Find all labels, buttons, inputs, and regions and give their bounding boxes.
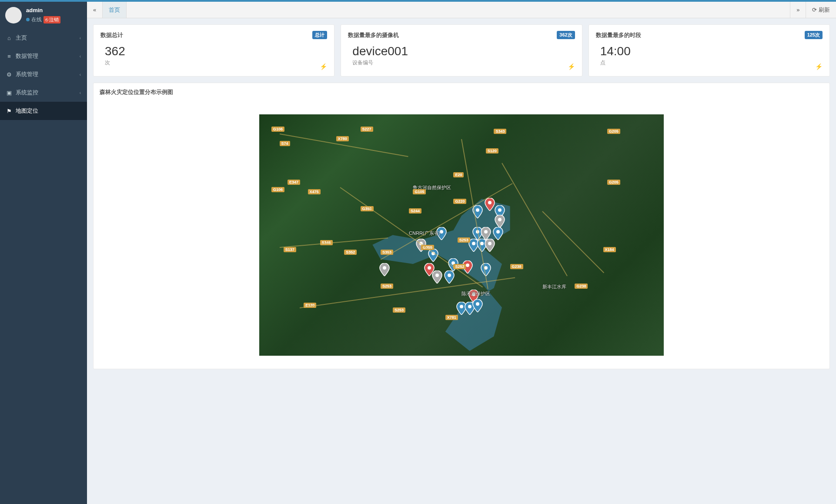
map-road-label: G106 <box>271 127 284 132</box>
map-road-label: E347 <box>288 180 300 185</box>
map-road-label: S120 <box>486 148 498 154</box>
map-road-label: S227 <box>361 127 373 132</box>
svg-point-13 <box>428 266 431 270</box>
tab-home[interactable]: 首页 <box>103 2 127 18</box>
chevron-left-icon: ‹ <box>80 72 81 77</box>
map-pin-icon[interactable] <box>485 198 495 211</box>
map-road-label: G205 <box>607 180 620 185</box>
map-pin-icon[interactable] <box>444 270 455 284</box>
user-panel: admin 在线 ⎋ 注销 <box>0 2 87 29</box>
map-road-label: S253 <box>393 307 405 313</box>
map-road-label: X780 <box>336 136 349 141</box>
map-road-label: G205 <box>607 129 620 134</box>
map-road-label: G238 <box>575 284 588 289</box>
svg-point-5 <box>484 230 488 234</box>
svg-point-1 <box>476 208 479 212</box>
card-sub: 点 <box>596 59 823 67</box>
nav-home[interactable]: ⌂ 主页 ‹ <box>0 29 87 47</box>
svg-point-9 <box>488 242 492 245</box>
svg-point-21 <box>468 305 472 308</box>
svg-point-14 <box>435 274 439 277</box>
map-road-label: S244 <box>409 208 421 214</box>
logout-button[interactable]: ⎋ 注销 <box>43 16 60 23</box>
svg-point-15 <box>448 274 451 277</box>
map-pin-icon[interactable] <box>495 215 505 228</box>
map-road-label: S343 <box>494 129 506 134</box>
card-title: 数据量最多的摄像机 <box>348 31 399 39</box>
card-title: 数据总计 <box>100 31 123 39</box>
refresh-button[interactable]: ⟳ 刷新 <box>806 2 836 18</box>
list-icon: ≡ <box>6 53 12 60</box>
tabs-prev-button[interactable]: « <box>87 2 103 18</box>
nav-system[interactable]: ⚙ 系统管理 ‹ <box>0 65 87 83</box>
map-road-line <box>542 211 604 273</box>
stat-card-total: 数据总计 总计 362 次 ⚡ <box>93 24 334 77</box>
main-area: « 首页 » ⟳ 刷新 数据总计 <box>87 2 836 504</box>
card-badge: 362次 <box>557 31 575 39</box>
panel-title: 森林火灾定位位置分布示例图 <box>94 83 829 101</box>
avatar <box>5 7 22 23</box>
map-road-label: G106 <box>271 187 284 192</box>
map-road-label: G220 <box>453 199 466 204</box>
chevron-left-icon: ‹ <box>80 90 81 95</box>
map-pin-icon[interactable] <box>379 263 390 276</box>
card-sub: 设备编号 <box>348 59 575 67</box>
refresh-label: 刷新 <box>819 6 830 14</box>
status-text: 在线 <box>31 17 42 23</box>
nav-label: 地图定位 <box>16 107 38 115</box>
map-road-label: S137 <box>284 247 296 252</box>
card-badge: 125次 <box>805 31 823 39</box>
map-zone-polygon <box>259 114 664 356</box>
nav-monitor[interactable]: ▣ 系统监控 ‹ <box>0 83 87 102</box>
logout-label: 注销 <box>49 17 59 23</box>
map-road-label: X475 <box>308 189 321 194</box>
nav-menu: ⌂ 主页 ‹ ≡ 数据管理 ‹ ⚙ 系统管理 ‹ ▣ 系统监控 ‹ ⚑ 地图定位 <box>0 29 87 120</box>
map-road-label: G238 <box>510 264 523 269</box>
pin-icon: ⚑ <box>6 108 12 114</box>
svg-point-3 <box>498 218 502 221</box>
map-road-label: S74 <box>280 141 290 146</box>
map-pin-icon[interactable] <box>432 270 442 284</box>
map-road-label: S352 <box>344 250 357 255</box>
double-chevron-left-icon: « <box>93 7 96 13</box>
map-place-label: 陈禾洞保护区 <box>461 290 490 297</box>
card-value: 362 <box>100 44 327 58</box>
nav-label: 系统监控 <box>16 89 38 97</box>
stat-card-device: 数据量最多的摄像机 362次 device001 设备编号 ⚡ <box>341 24 582 77</box>
stat-cards: 数据总计 总计 362 次 ⚡ 数据量最多的摄像机 362次 device001… <box>93 24 830 77</box>
map-road-label: S253 <box>381 284 393 289</box>
svg-point-0 <box>488 201 492 204</box>
map-canvas[interactable]: 鲁古河自然保护区陈禾洞保护区CNRR(广东省)新丰江水库G106G106S74S… <box>259 114 664 356</box>
username: admin <box>26 7 60 14</box>
content-area: 数据总计 总计 362 次 ⚡ 数据量最多的摄像机 362次 device001… <box>87 18 836 504</box>
chevron-left-icon: ‹ <box>80 54 81 59</box>
nav-map[interactable]: ⚑ 地图定位 <box>0 102 87 120</box>
tabs-next-button[interactable]: » <box>790 2 806 18</box>
chevron-left-icon: ‹ <box>80 36 81 40</box>
card-title: 数据量最多的时段 <box>596 31 641 39</box>
nav-data[interactable]: ≡ 数据管理 ‹ <box>0 47 87 65</box>
tab-bar: « 首页 » ⟳ 刷新 <box>87 2 836 18</box>
svg-point-22 <box>476 302 479 306</box>
svg-point-7 <box>472 242 475 245</box>
nav-label: 数据管理 <box>16 52 38 60</box>
map-road-label: X184 <box>603 247 616 252</box>
tab-label: 首页 <box>109 6 120 14</box>
svg-point-17 <box>466 264 469 267</box>
map-road-label: S353 <box>381 250 393 255</box>
svg-point-2 <box>498 208 502 212</box>
sidebar: admin 在线 ⎋ 注销 ⌂ 主页 ‹ ≡ 数据管理 ‹ <box>0 2 87 504</box>
map-road-line <box>502 163 568 277</box>
home-icon: ⌂ <box>6 35 12 41</box>
map-pin-icon[interactable] <box>481 227 491 240</box>
map-pin-icon[interactable] <box>485 239 495 252</box>
map-pin-icon[interactable] <box>472 299 483 312</box>
card-value: 14:00 <box>596 44 823 58</box>
double-chevron-right-icon: » <box>796 7 799 13</box>
card-sub: 次 <box>100 59 327 67</box>
map-pin-icon[interactable] <box>493 227 503 240</box>
map-place-label: 新丰江水库 <box>542 284 566 290</box>
logout-icon: ⎋ <box>45 17 48 23</box>
card-badge: 总计 <box>312 31 327 39</box>
map-road-label: E20 <box>453 172 464 177</box>
